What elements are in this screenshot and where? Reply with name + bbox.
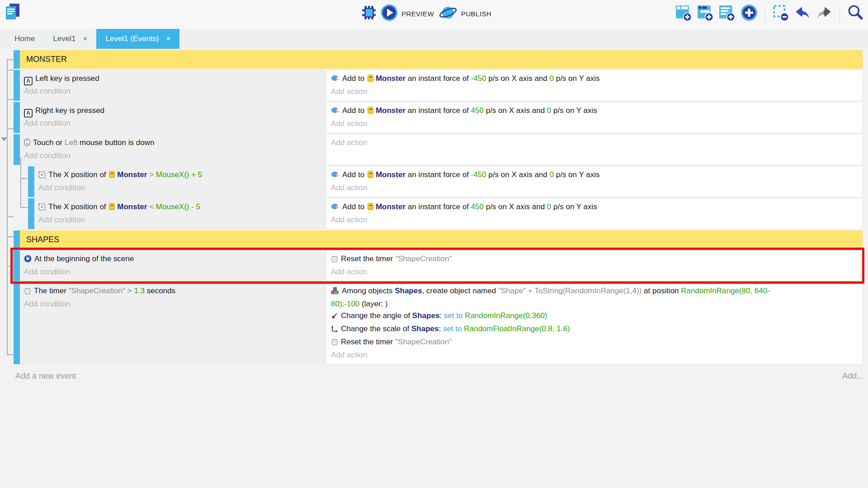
create-object-icon — [331, 286, 339, 298]
add-condition-button[interactable]: Add condition — [24, 117, 320, 129]
add-condition-button[interactable]: Add condition — [24, 266, 320, 278]
group-header-shapes[interactable]: SHAPES — [20, 230, 863, 249]
timer-icon — [331, 254, 338, 266]
add-condition-button[interactable]: Add condition — [24, 298, 320, 310]
add-action-button[interactable]: Add action — [331, 86, 858, 98]
add-circle-icon — [741, 4, 758, 23]
add-event-icon — [675, 4, 692, 23]
tree-tick — [7, 59, 14, 60]
action-line[interactable]: Add to Monster an instant force of -450 … — [331, 73, 858, 86]
tree-tick — [7, 266, 14, 267]
event-drag-bar[interactable] — [14, 50, 20, 69]
add-action-button[interactable]: Add action — [331, 266, 858, 278]
add-action-button[interactable]: Add action — [331, 118, 858, 130]
event-drag-bar[interactable] — [28, 198, 34, 229]
redo-button[interactable] — [816, 5, 832, 23]
action-line-angle[interactable]: Change the angle of Shapes: set to Rando… — [331, 310, 858, 323]
position-icon — [38, 202, 46, 214]
events-footer: Add a new event Add... — [15, 371, 865, 381]
force-icon — [331, 74, 340, 86]
delete-selection-button[interactable] — [773, 4, 789, 23]
add-comment-button[interactable] — [719, 4, 735, 23]
add-circle-button[interactable] — [741, 4, 758, 23]
action-line[interactable]: Add to Monster an instant force of -450 … — [331, 169, 858, 182]
event-row-timer: The timer "ShapeCreation" > 1.3 seconds … — [14, 282, 863, 364]
force-icon — [331, 202, 340, 214]
undo-icon — [794, 5, 811, 23]
event-drag-bar[interactable] — [28, 166, 34, 197]
add-condition-button[interactable]: Add condition — [24, 150, 320, 162]
redo-icon — [816, 5, 832, 23]
undo-button[interactable] — [794, 5, 811, 23]
close-icon[interactable]: × — [83, 34, 87, 43]
mouse-icon — [24, 138, 30, 150]
preview-button[interactable]: PREVIEW — [381, 4, 434, 23]
event-drag-bar[interactable] — [14, 70, 20, 101]
add-subevent-button[interactable] — [697, 4, 713, 23]
app-menu-button[interactable] — [5, 3, 21, 23]
condition-line[interactable]: At the beginning of the scene — [24, 253, 320, 266]
events-sheet: MONSTER ALeft key is pressed Add conditi… — [0, 49, 868, 488]
add-action-button[interactable]: Add action — [331, 137, 858, 149]
condition-line[interactable]: Touch or Left mouse button is down — [24, 137, 320, 150]
debug-button[interactable] — [362, 5, 376, 22]
tree-tick — [7, 354, 13, 355]
add-condition-button[interactable]: Add condition — [38, 182, 320, 194]
add-event-button[interactable] — [675, 4, 692, 23]
tab-home[interactable]: Home — [5, 29, 44, 49]
condition-line[interactable]: The timer "ShapeCreation" > 1.3 seconds — [24, 285, 320, 298]
tab-label: Level1 (Events) — [105, 34, 159, 43]
condition-line[interactable]: ALeft key is pressed — [24, 73, 320, 85]
event-drag-bar[interactable] — [14, 250, 20, 281]
play-circle-icon — [24, 254, 32, 266]
add-action-button[interactable]: Add action — [331, 349, 858, 361]
action-line[interactable]: Reset the timer "ShapeCreation" — [331, 253, 858, 266]
event-drag-bar[interactable] — [14, 282, 20, 364]
group-header-monster[interactable]: MONSTER — [20, 50, 863, 69]
add-comment-icon — [719, 4, 735, 23]
angle-icon — [331, 311, 338, 323]
scale-icon — [331, 324, 338, 336]
event-drag-bar[interactable] — [14, 102, 20, 133]
add-condition-button[interactable]: Add condition — [38, 214, 320, 226]
search-button[interactable] — [847, 5, 863, 23]
search-icon — [847, 5, 863, 23]
action-line-scale[interactable]: Change the scale of Shapes: set to Rando… — [331, 323, 858, 336]
collapse-toggle-icon[interactable] — [1, 137, 7, 141]
force-icon — [331, 170, 340, 182]
add-action-button[interactable]: Add action — [331, 214, 858, 226]
event-drag-bar[interactable] — [14, 134, 20, 165]
action-line[interactable]: Add to Monster an instant force of 450 p… — [331, 201, 858, 214]
add-condition-button[interactable]: Add condition — [24, 85, 320, 97]
publish-button[interactable]: PUBLISH — [439, 4, 491, 23]
subevent-row-xpos-lt: The X position of Monster < MouseX() - 5… — [28, 198, 863, 229]
event-drag-bar[interactable] — [14, 230, 20, 249]
condition-line[interactable]: The X position of Monster > MouseX() + 5 — [38, 169, 320, 182]
action-line[interactable]: Add to Monster an instant force of 450 p… — [331, 105, 858, 118]
group-row-shapes: SHAPES — [14, 230, 863, 249]
highlighted-event-wrapper: At the beginning of the scene Add condit… — [14, 250, 863, 281]
tab-level1-events[interactable]: Level1 (Events) × — [96, 29, 179, 49]
position-icon — [38, 170, 46, 182]
keyboard-icon: A — [24, 77, 33, 85]
tab-level1[interactable]: Level1 × — [44, 29, 96, 49]
delete-selection-icon — [773, 4, 789, 23]
preview-label: PREVIEW — [401, 10, 434, 18]
condition-line[interactable]: ARight key is pressed — [24, 105, 320, 117]
tree-line — [7, 59, 8, 355]
action-line-reset-timer[interactable]: Reset the timer "ShapeCreation" — [331, 336, 858, 349]
add-new-event-button[interactable]: Add a new event — [15, 371, 76, 380]
publish-label: PUBLISH — [461, 10, 491, 18]
preview-icon — [381, 4, 398, 23]
tree-tick — [21, 207, 28, 208]
close-icon[interactable]: × — [166, 34, 171, 43]
action-line-create[interactable]: Among objects Shapes, create object name… — [331, 285, 858, 298]
tree-tick — [7, 128, 14, 129]
condition-line[interactable]: The X position of Monster < MouseX() - 5 — [38, 201, 320, 214]
add-more-button[interactable]: Add... — [842, 371, 863, 381]
subevent-row-xpos-gt: The X position of Monster > MouseX() + 5… — [28, 166, 863, 197]
group-row-monster: MONSTER — [14, 50, 863, 69]
force-icon — [331, 106, 340, 118]
add-action-button[interactable]: Add action — [331, 182, 858, 194]
action-line-create-wrap[interactable]: 80);-100 (layer: ) — [331, 298, 858, 310]
